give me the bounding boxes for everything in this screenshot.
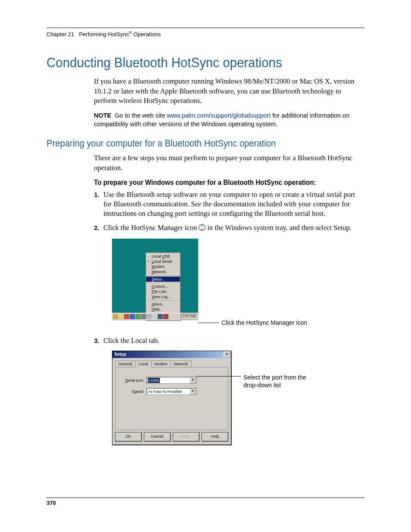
apply-button[interactable]: Apply [173,432,199,441]
callout-tray: Click the HotSync Manager icon [221,319,307,327]
step-2: Click the HotSync Manager icon in the Wi… [101,223,364,325]
step-1: Use the Bluetooth setup software on your… [101,190,364,219]
callout-port: Select the port from the drop-down list [243,373,321,389]
menu-modem[interactable]: Modem [152,264,178,269]
speed-combo[interactable]: As Fast As Possible ▼ [146,388,196,395]
support-link[interactable]: www.palm.com/support/globalsupport [167,112,271,119]
tab-modem[interactable]: Modem [151,361,171,367]
hotsync-icon [199,224,206,231]
context-menu: Local USB Local Serial Modem Network Set… [146,252,181,320]
tray-icon[interactable] [130,314,135,319]
menu-setup[interactable]: Setup... [146,277,180,282]
figure-setup-dialog: Setup × General Local Modem Network Seri… [112,351,364,450]
tray-icon[interactable] [118,314,124,319]
menu-network[interactable]: Network [152,269,178,274]
running-header: Chapter 21 Performing HotSync® Operation… [47,31,364,37]
note-paragraph: NOTE Go to the web site www.palm.com/sup… [94,112,364,128]
dialog-titlebar: Setup × [112,351,231,358]
close-icon[interactable]: × [224,352,230,358]
figure-tray-menu: Local USB Local Serial Modem Network Set… [112,239,364,325]
serial-port-combo[interactable]: COM1 ▼ [146,377,196,384]
menu-custom[interactable]: Custom... [152,284,178,289]
menu-file-link[interactable]: File Link... [152,289,178,294]
page-number: 370 [47,498,364,506]
tray-icon[interactable] [146,314,152,319]
tray-icon[interactable] [113,314,118,319]
section-heading: Preparing your computer for a Bluetooth … [47,138,339,149]
procedure-title: To prepare your Windows computer for a B… [94,179,351,187]
tray-icon[interactable] [124,314,129,319]
callout-line [196,376,241,376]
tray-icon[interactable] [152,314,157,319]
intro-paragraph: If you have a Bluetooth computer running… [94,77,364,106]
chevron-down-icon[interactable]: ▼ [190,377,196,383]
tab-network[interactable]: Network [171,361,192,367]
menu-about[interactable]: About... [152,302,178,307]
tray-icon[interactable] [141,314,146,319]
callout-line [198,323,219,323]
tray-clock: 7:47 PM [181,314,197,320]
note-label: NOTE [94,112,111,119]
speed-label: Speed: [120,389,144,394]
menu-local-serial[interactable]: Local Serial [152,259,178,264]
tray-icon[interactable] [158,314,163,319]
help-button[interactable]: Help [202,432,228,441]
step-3: Click the Local tab. Setup × General Loc… [101,336,364,450]
menu-local-usb[interactable]: Local USB [152,254,178,259]
chevron-down-icon[interactable]: ▼ [190,389,196,395]
page-title: Conducting Bluetooth HotSync operations [47,55,339,71]
ok-button[interactable]: OK [115,432,141,441]
menu-view-log[interactable]: View Log... [152,294,178,299]
section-paragraph: There are a few steps you must perform t… [94,153,364,173]
cancel-button[interactable]: Cancel [144,432,170,441]
tab-general[interactable]: General [115,361,136,367]
tray-icon[interactable] [135,314,140,319]
system-tray: 7:47 PM [112,313,198,320]
setup-dialog: Setup × General Local Modem Network Seri… [112,351,231,445]
tab-local[interactable]: Local [135,361,152,367]
menu-help[interactable]: Help... [152,307,178,312]
tray-hotsync-icon[interactable] [163,314,168,319]
serial-port-label: Serial port: [120,378,144,383]
